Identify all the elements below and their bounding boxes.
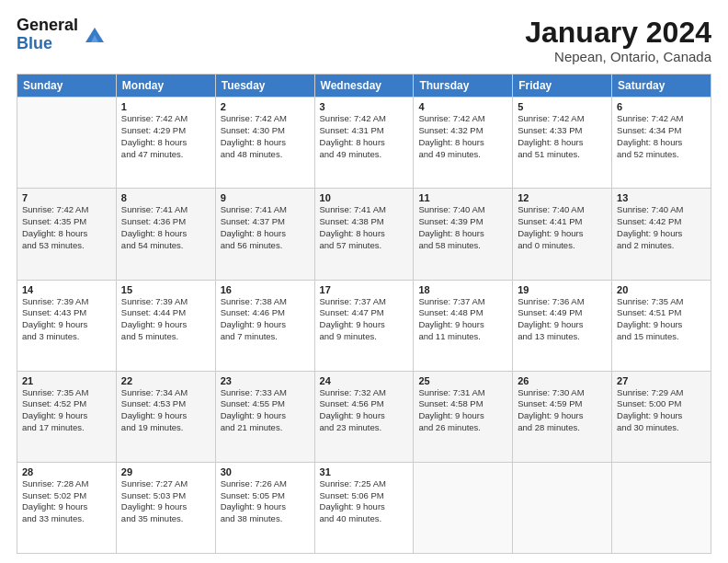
- day-cell: 12Sunrise: 7:40 AMSunset: 4:41 PMDayligh…: [513, 189, 612, 280]
- day-cell: 18Sunrise: 7:37 AMSunset: 4:48 PMDayligh…: [414, 280, 513, 371]
- logo: GeneralBlue: [17, 17, 108, 53]
- calendar-header-row: SundayMondayTuesdayWednesdayThursdayFrid…: [17, 75, 711, 98]
- col-header-friday: Friday: [513, 75, 612, 98]
- day-detail: Sunrise: 7:41 AMSunset: 4:36 PMDaylight:…: [121, 204, 210, 251]
- day-detail: Sunrise: 7:35 AMSunset: 4:52 PMDaylight:…: [22, 387, 111, 434]
- page-subtitle: Nepean, Ontario, Canada: [525, 49, 711, 64]
- day-cell: 28Sunrise: 7:28 AMSunset: 5:02 PMDayligh…: [17, 462, 117, 553]
- day-number: 6: [617, 101, 706, 112]
- day-cell: 19Sunrise: 7:36 AMSunset: 4:49 PMDayligh…: [513, 280, 612, 371]
- day-number: 21: [22, 375, 111, 386]
- day-cell: 15Sunrise: 7:39 AMSunset: 4:44 PMDayligh…: [116, 280, 215, 371]
- day-number: 3: [320, 101, 409, 112]
- day-detail: Sunrise: 7:42 AMSunset: 4:32 PMDaylight:…: [418, 113, 507, 160]
- logo-text: GeneralBlue: [17, 17, 78, 53]
- day-number: 13: [617, 192, 706, 203]
- day-detail: Sunrise: 7:28 AMSunset: 5:02 PMDaylight:…: [22, 478, 111, 525]
- day-cell: 3Sunrise: 7:42 AMSunset: 4:31 PMDaylight…: [314, 98, 414, 189]
- day-cell: 29Sunrise: 7:27 AMSunset: 5:03 PMDayligh…: [116, 462, 215, 553]
- col-header-saturday: Saturday: [612, 75, 711, 98]
- logo-blue: Blue: [17, 35, 78, 53]
- day-number: 16: [221, 284, 310, 295]
- day-detail: Sunrise: 7:31 AMSunset: 4:58 PMDaylight:…: [418, 387, 507, 434]
- week-row-5: 28Sunrise: 7:28 AMSunset: 5:02 PMDayligh…: [17, 462, 711, 553]
- day-cell: 24Sunrise: 7:32 AMSunset: 4:56 PMDayligh…: [314, 371, 414, 462]
- day-detail: Sunrise: 7:39 AMSunset: 4:43 PMDaylight:…: [22, 296, 111, 343]
- day-number: 17: [320, 284, 409, 295]
- col-header-monday: Monday: [116, 75, 215, 98]
- day-number: 8: [121, 192, 210, 203]
- day-detail: Sunrise: 7:27 AMSunset: 5:03 PMDaylight:…: [121, 478, 210, 525]
- day-detail: Sunrise: 7:34 AMSunset: 4:53 PMDaylight:…: [121, 387, 210, 434]
- day-detail: Sunrise: 7:42 AMSunset: 4:29 PMDaylight:…: [121, 113, 210, 160]
- day-cell: 9Sunrise: 7:41 AMSunset: 4:37 PMDaylight…: [215, 189, 314, 280]
- day-detail: Sunrise: 7:42 AMSunset: 4:30 PMDaylight:…: [221, 113, 310, 160]
- day-detail: Sunrise: 7:42 AMSunset: 4:34 PMDaylight:…: [617, 113, 706, 160]
- header: GeneralBlue January 2024 Nepean, Ontario…: [17, 17, 711, 64]
- day-number: 26: [518, 375, 607, 386]
- page: GeneralBlue January 2024 Nepean, Ontario…: [0, 0, 728, 563]
- day-cell: [17, 98, 117, 189]
- day-detail: Sunrise: 7:41 AMSunset: 4:37 PMDaylight:…: [221, 204, 310, 251]
- col-header-sunday: Sunday: [17, 75, 117, 98]
- day-detail: Sunrise: 7:40 AMSunset: 4:39 PMDaylight:…: [418, 204, 507, 251]
- day-cell: 6Sunrise: 7:42 AMSunset: 4:34 PMDaylight…: [612, 98, 711, 189]
- day-cell: 25Sunrise: 7:31 AMSunset: 4:58 PMDayligh…: [414, 371, 513, 462]
- day-cell: 23Sunrise: 7:33 AMSunset: 4:55 PMDayligh…: [215, 371, 314, 462]
- day-number: 30: [221, 466, 310, 477]
- day-number: 14: [22, 284, 111, 295]
- day-cell: 4Sunrise: 7:42 AMSunset: 4:32 PMDaylight…: [414, 98, 513, 189]
- day-number: 11: [418, 192, 507, 203]
- day-cell: 20Sunrise: 7:35 AMSunset: 4:51 PMDayligh…: [612, 280, 711, 371]
- day-cell: 22Sunrise: 7:34 AMSunset: 4:53 PMDayligh…: [116, 371, 215, 462]
- day-detail: Sunrise: 7:39 AMSunset: 4:44 PMDaylight:…: [121, 296, 210, 343]
- day-detail: Sunrise: 7:40 AMSunset: 4:42 PMDaylight:…: [617, 204, 706, 251]
- day-cell: 13Sunrise: 7:40 AMSunset: 4:42 PMDayligh…: [612, 189, 711, 280]
- day-detail: Sunrise: 7:29 AMSunset: 5:00 PMDaylight:…: [617, 387, 706, 434]
- day-number: 25: [418, 375, 507, 386]
- day-number: 23: [221, 375, 310, 386]
- day-cell: 7Sunrise: 7:42 AMSunset: 4:35 PMDaylight…: [17, 189, 117, 280]
- day-cell: 30Sunrise: 7:26 AMSunset: 5:05 PMDayligh…: [215, 462, 314, 553]
- day-cell: 2Sunrise: 7:42 AMSunset: 4:30 PMDaylight…: [215, 98, 314, 189]
- day-detail: Sunrise: 7:32 AMSunset: 4:56 PMDaylight:…: [320, 387, 409, 434]
- day-number: 1: [121, 101, 210, 112]
- logo-general: General: [17, 17, 78, 35]
- day-number: 29: [121, 466, 210, 477]
- day-number: 18: [418, 284, 507, 295]
- col-header-tuesday: Tuesday: [215, 75, 314, 98]
- day-number: 27: [617, 375, 706, 386]
- day-cell: 8Sunrise: 7:41 AMSunset: 4:36 PMDaylight…: [116, 189, 215, 280]
- day-cell: 21Sunrise: 7:35 AMSunset: 4:52 PMDayligh…: [17, 371, 117, 462]
- day-number: 5: [518, 101, 607, 112]
- day-detail: Sunrise: 7:33 AMSunset: 4:55 PMDaylight:…: [221, 387, 310, 434]
- day-cell: 26Sunrise: 7:30 AMSunset: 4:59 PMDayligh…: [513, 371, 612, 462]
- week-row-2: 7Sunrise: 7:42 AMSunset: 4:35 PMDaylight…: [17, 189, 711, 280]
- day-detail: Sunrise: 7:42 AMSunset: 4:31 PMDaylight:…: [320, 113, 409, 160]
- week-row-1: 1Sunrise: 7:42 AMSunset: 4:29 PMDaylight…: [17, 98, 711, 189]
- day-detail: Sunrise: 7:42 AMSunset: 4:35 PMDaylight:…: [22, 204, 111, 251]
- day-detail: Sunrise: 7:37 AMSunset: 4:47 PMDaylight:…: [320, 296, 409, 343]
- col-header-wednesday: Wednesday: [314, 75, 414, 98]
- day-detail: Sunrise: 7:37 AMSunset: 4:48 PMDaylight:…: [418, 296, 507, 343]
- day-number: 10: [320, 192, 409, 203]
- day-number: 24: [320, 375, 409, 386]
- day-cell: 14Sunrise: 7:39 AMSunset: 4:43 PMDayligh…: [17, 280, 117, 371]
- day-cell: 31Sunrise: 7:25 AMSunset: 5:06 PMDayligh…: [314, 462, 414, 553]
- day-number: 28: [22, 466, 111, 477]
- day-number: 19: [518, 284, 607, 295]
- title-block: January 2024 Nepean, Ontario, Canada: [525, 17, 711, 64]
- day-detail: Sunrise: 7:35 AMSunset: 4:51 PMDaylight:…: [617, 296, 706, 343]
- day-number: 22: [121, 375, 210, 386]
- day-cell: [414, 462, 513, 553]
- day-detail: Sunrise: 7:41 AMSunset: 4:38 PMDaylight:…: [320, 204, 409, 251]
- page-title: January 2024: [525, 17, 711, 49]
- day-number: 9: [221, 192, 310, 203]
- day-detail: Sunrise: 7:26 AMSunset: 5:05 PMDaylight:…: [221, 478, 310, 525]
- day-cell: 17Sunrise: 7:37 AMSunset: 4:47 PMDayligh…: [314, 280, 414, 371]
- col-header-thursday: Thursday: [414, 75, 513, 98]
- day-number: 15: [121, 284, 210, 295]
- logo-icon: [82, 22, 108, 48]
- day-detail: Sunrise: 7:36 AMSunset: 4:49 PMDaylight:…: [518, 296, 607, 343]
- day-number: 20: [617, 284, 706, 295]
